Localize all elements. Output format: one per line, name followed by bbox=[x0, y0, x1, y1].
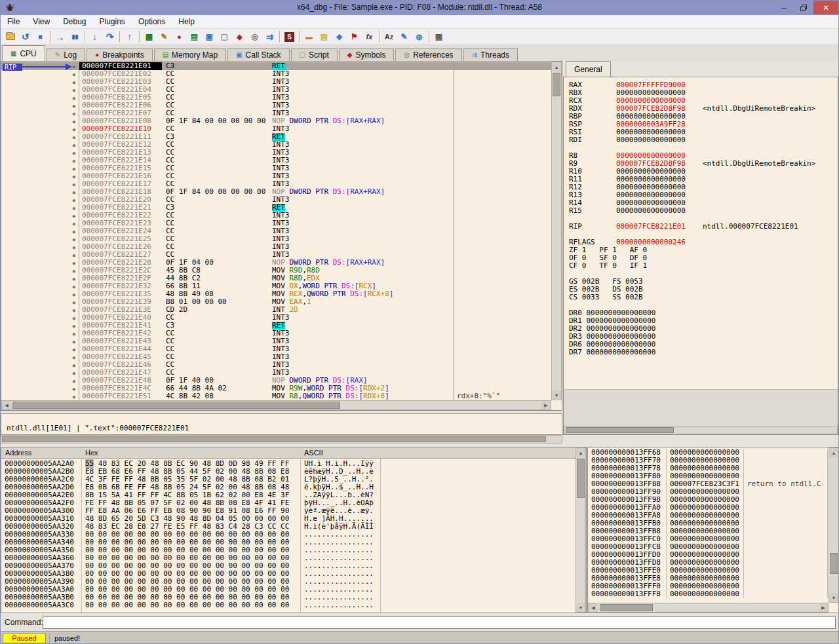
scroll-left-icon[interactable]: ◀ bbox=[589, 603, 598, 612]
toolbar-globe-icon[interactable]: ⊕ bbox=[412, 29, 427, 44]
registers-hscrollbar[interactable] bbox=[564, 426, 838, 434]
menu-item-plugins[interactable]: Plugins bbox=[93, 16, 132, 28]
tab-cpu[interactable]: ▦CPU bbox=[2, 45, 45, 61]
disasm-row[interactable]: 000007FCE8221E43CCINT3 bbox=[1, 337, 551, 345]
register-row[interactable]: RBP0000000000000000 bbox=[569, 113, 838, 121]
disasm-row[interactable]: 000007FCE8221E39B8 01 00 00 00MOV EAX,1 bbox=[1, 298, 551, 306]
disasm-row[interactable]: 000007FCE8221E480F 1F 40 00NOP DWORD PTR… bbox=[1, 377, 551, 385]
tab-threads[interactable]: ⇉Threads bbox=[463, 48, 518, 61]
disasm-vscrollbar[interactable]: ▲ ▼ bbox=[551, 62, 562, 400]
disasm-row[interactable]: 000007FCE8221E01C3RET bbox=[1, 62, 551, 70]
toolbar-call-stack-icon[interactable]: ▣ bbox=[202, 29, 217, 44]
disasm-row[interactable]: 000007FCE8221E42CCINT3 bbox=[1, 330, 551, 337]
disasm-row[interactable]: 000007FCE8221E2F44 8B C2MOV R8D,EDX bbox=[1, 275, 551, 282]
disasm-row[interactable]: 000007FCE8221E11C3RET bbox=[1, 133, 551, 141]
disasm-row[interactable]: 000007FCE8221E46CCINT3 bbox=[1, 361, 551, 369]
stack-row[interactable]: 000000000013FFF80000000000000000 bbox=[588, 590, 828, 598]
register-row[interactable]: RIP000007FCE8221E01ntdll.000007FCE8221E0… bbox=[569, 223, 838, 231]
toolbar-cpu-icon[interactable]: ▦ bbox=[142, 29, 157, 44]
dump-vscrollbar[interactable]: ▲ ▼ bbox=[576, 447, 586, 613]
disasm-row[interactable]: 000007FCE8221E080F 1F 84 00 00 00 00 00N… bbox=[1, 117, 551, 125]
disasm-row[interactable]: 000007FCE8221E04CCINT3 bbox=[1, 86, 551, 94]
window-close-button[interactable]: × bbox=[813, 1, 838, 14]
tab-references[interactable]: ◎References bbox=[395, 48, 461, 61]
toolbar-text-case-icon[interactable]: Az bbox=[381, 29, 397, 44]
tab-general[interactable]: General bbox=[566, 61, 611, 77]
scroll-up-icon[interactable]: ▲ bbox=[552, 62, 561, 71]
disasm-row[interactable]: 000007FCE8221E3548 8B 49 08MOV RCX,QWORD… bbox=[1, 290, 551, 298]
toolbar-memory-map-icon[interactable]: ▤ bbox=[187, 29, 202, 44]
disasm-row[interactable]: 000007FCE8221E22CCINT3 bbox=[1, 212, 551, 219]
toolbar-calculator-icon[interactable]: ▦ bbox=[431, 29, 446, 44]
window-restore-button[interactable] bbox=[794, 1, 813, 14]
scroll-up-icon[interactable]: ▲ bbox=[576, 448, 585, 457]
register-row[interactable]: R120000000000000000 bbox=[569, 183, 838, 191]
toolbar-log-icon[interactable]: ✎ bbox=[157, 29, 172, 44]
stack-hscrollbar[interactable]: ◀ ▶ bbox=[588, 603, 829, 613]
disasm-row[interactable]: 000007FCE8221E20CCINT3 bbox=[1, 196, 551, 204]
disasm-row[interactable]: 000007FCE8221E40CCINT3 bbox=[1, 314, 551, 322]
toolbar-step-into-icon[interactable]: ↓ bbox=[87, 29, 102, 44]
scroll-left-icon[interactable]: ◀ bbox=[2, 401, 11, 409]
register-row[interactable]: RDX000007FCE82D8F98<ntdll.DbgUiRemoteBre… bbox=[569, 105, 838, 113]
disasm-row[interactable]: 000007FCE8221E06CCINT3 bbox=[1, 102, 551, 109]
disasm-row[interactable]: 000007FCE8221E21C3RET bbox=[1, 204, 551, 212]
disasm-row[interactable]: 000007FCE8221E3266 8B 11MOV DX,WORD PTR … bbox=[1, 282, 551, 290]
register-row[interactable]: R140000000000000000 bbox=[569, 199, 838, 207]
register-row[interactable]: RSI0000000000000000 bbox=[569, 128, 838, 136]
toolbar-script-icon[interactable]: ▢ bbox=[217, 29, 232, 44]
register-flags-line[interactable]: DR7 0000000000000000 bbox=[569, 349, 838, 356]
tab-breakpoints[interactable]: ●Breakpoints bbox=[87, 48, 152, 61]
toolbar-step-over-icon[interactable]: ↷ bbox=[102, 29, 117, 44]
disasm-row[interactable]: 000007FCE8221E14CCINT3 bbox=[1, 157, 551, 164]
scroll-right-icon[interactable]: ▶ bbox=[819, 603, 828, 612]
disasm-row[interactable]: 000007FCE8221E25CCINT3 bbox=[1, 235, 551, 243]
scroll-right-icon[interactable]: ▶ bbox=[541, 401, 551, 409]
toolbar-pause-icon[interactable]: ▮▮ bbox=[68, 29, 83, 44]
toolbar-run-icon[interactable]: → bbox=[52, 29, 68, 44]
disasm-row[interactable]: 000007FCE8221E45CCINT3 bbox=[1, 353, 551, 361]
disasm-row[interactable]: 000007FCE8221E4C66 44 8B 4A 02MOV R9W,WO… bbox=[1, 385, 551, 392]
register-row[interactable]: RSP0000000003A9FF28 bbox=[569, 121, 838, 128]
register-row[interactable]: RAX000007FFFFFD9000 bbox=[569, 81, 838, 89]
tab-symbols[interactable]: ◆Symbols bbox=[339, 48, 395, 61]
disasm-row[interactable]: 000007FCE8221E16CCINT3 bbox=[1, 172, 551, 180]
tab-script[interactable]: ▢Script bbox=[291, 48, 338, 61]
window-minimize-button[interactable]: – bbox=[774, 1, 794, 14]
dump-row[interactable]: 00000000005AA3C000 00 00 00 00 00 00 00 … bbox=[1, 601, 576, 609]
disasm-row[interactable]: 000007FCE8221E47CCINT3 bbox=[1, 369, 551, 377]
menu-item-help[interactable]: Help bbox=[172, 16, 201, 28]
scroll-up-icon[interactable]: ▲ bbox=[829, 448, 838, 457]
disasm-row[interactable]: 000007FCE8221E280F 1F 04 00NOP DWORD PTR… bbox=[1, 259, 551, 267]
toolbar-seh-chain-icon[interactable]: S bbox=[282, 29, 297, 44]
disasm-row[interactable]: 000007FCE8221E26CCINT3 bbox=[1, 243, 551, 251]
disasm-row[interactable]: 000007FCE8221E13CCINT3 bbox=[1, 149, 551, 157]
toolbar-step-out-icon[interactable]: ↑ bbox=[122, 29, 137, 44]
register-flags-line[interactable]: CS 0033 SS 002B bbox=[569, 294, 838, 301]
disasm-row[interactable]: 000007FCE8221E180F 1F 84 00 00 00 00 00N… bbox=[1, 188, 551, 196]
register-row[interactable]: R110000000000000000 bbox=[569, 176, 838, 183]
disasm-row[interactable]: 000007FCE8221E3ECD 2DINT 2D bbox=[1, 306, 551, 314]
toolbar-patch-icon[interactable]: ▬ bbox=[302, 29, 317, 44]
tab-call-stack[interactable]: ▣Call Stack bbox=[227, 48, 289, 61]
register-row[interactable]: R130000000000000000 bbox=[569, 191, 838, 199]
register-row[interactable]: RDI0000000000000000 bbox=[569, 136, 838, 144]
info-hscrollbar[interactable] bbox=[1, 435, 562, 444]
toolbar-symbols-icon[interactable]: ◆ bbox=[232, 29, 247, 44]
disasm-row[interactable]: 000007FCE8221E15CCINT3 bbox=[1, 164, 551, 172]
disasm-row[interactable]: 000007FCE8221E41C3RET bbox=[1, 322, 551, 330]
disasm-row[interactable]: 000007FCE8221E05CCINT3 bbox=[1, 94, 551, 102]
toolbar-bookmark-icon[interactable]: ⚑ bbox=[347, 29, 362, 44]
register-flags-line[interactable]: CF 0 TF 0 IF 1 bbox=[569, 262, 838, 270]
tab-memory-map[interactable]: ▤Memory Map bbox=[154, 48, 226, 61]
disasm-row[interactable]: 000007FCE8221E02CCINT3 bbox=[1, 70, 551, 78]
scroll-down-icon[interactable]: ▼ bbox=[829, 593, 838, 602]
toolbar-open-file-icon[interactable] bbox=[3, 29, 18, 44]
scroll-down-icon[interactable]: ▼ bbox=[576, 603, 585, 612]
toolbar-label-icon[interactable]: ◈ bbox=[332, 29, 347, 44]
command-input[interactable] bbox=[43, 616, 836, 629]
register-row[interactable]: R150000000000000000 bbox=[569, 207, 838, 215]
toolbar-breakpoint-icon[interactable]: ● bbox=[172, 29, 187, 44]
disasm-row[interactable]: 000007FCE8221E17CCINT3 bbox=[1, 180, 551, 188]
menu-item-debug[interactable]: Debug bbox=[56, 16, 92, 28]
